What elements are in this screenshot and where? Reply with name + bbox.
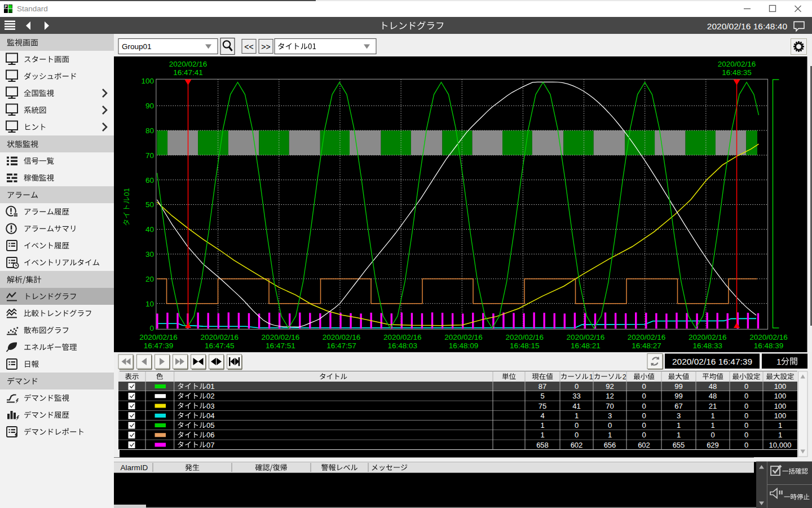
svg-text:602: 602 [638,441,650,449]
svg-text:0: 0 [642,431,646,439]
svg-text:0: 0 [642,421,646,430]
svg-text:629: 629 [707,441,719,449]
svg-text:1: 1 [540,431,544,439]
svg-text:70: 70 [606,402,614,410]
svg-text:0: 0 [642,411,646,420]
svg-text:90: 90 [145,102,154,110]
svg-text:100: 100 [141,77,154,85]
svg-text:0: 0 [642,402,646,410]
svg-text:1: 1 [778,431,782,439]
svg-text:0: 0 [744,392,748,400]
svg-text:0: 0 [744,411,748,420]
svg-text:16:47:45: 16:47:45 [205,341,235,350]
svg-text:99: 99 [674,382,682,391]
svg-text:40: 40 [145,225,154,234]
svg-text:0: 0 [744,441,748,449]
svg-text:<<: << [244,42,253,51]
svg-text:67: 67 [674,402,682,410]
svg-text:100: 100 [774,411,787,420]
svg-text:99: 99 [674,392,682,400]
svg-text:20: 20 [145,275,154,283]
svg-text:16:48:27: 16:48:27 [632,341,661,350]
svg-text:87: 87 [539,382,546,391]
svg-text:1: 1 [589,373,593,381]
svg-text:3: 3 [608,411,612,420]
svg-text:2020/02/16: 2020/02/16 [567,333,605,341]
svg-text:01: 01 [122,188,131,196]
svg-text:0: 0 [642,392,646,400]
svg-text:1: 1 [677,431,681,439]
svg-text:12: 12 [606,392,614,400]
svg-text:06: 06 [206,431,214,439]
svg-text:0: 0 [149,324,154,332]
svg-text:0: 0 [575,421,579,430]
svg-text:1: 1 [710,421,714,430]
svg-text:04: 04 [206,411,214,420]
svg-text:2020/02/16: 2020/02/16 [689,333,727,341]
svg-text:16:47:51: 16:47:51 [266,341,295,350]
svg-text:16:48:09: 16:48:09 [449,341,479,350]
svg-text:3: 3 [677,411,681,420]
svg-text:0: 0 [744,421,748,430]
svg-text:658: 658 [536,441,549,449]
svg-text:100: 100 [774,392,787,400]
svg-text:2020/02/16: 2020/02/16 [505,333,544,341]
svg-text:0: 0 [575,382,579,391]
svg-text:10: 10 [145,300,154,308]
svg-text:P: P [5,4,7,9]
svg-text:2020/02/16: 2020/02/16 [383,333,422,341]
svg-text:16:48:21: 16:48:21 [571,341,601,350]
svg-text:100: 100 [774,402,787,410]
svg-text:2020/02/16: 2020/02/16 [262,333,300,341]
svg-text:01: 01 [206,382,214,391]
svg-text:02: 02 [206,392,214,400]
svg-text:60: 60 [145,176,154,185]
svg-text:16:47:41: 16:47:41 [173,68,203,77]
svg-text:75: 75 [539,402,546,410]
svg-text:0: 0 [642,382,646,391]
svg-text:0: 0 [575,431,579,439]
svg-text:2020/02/16: 2020/02/16 [718,60,756,68]
svg-text:2020/02/16: 2020/02/16 [139,333,178,341]
svg-text:1: 1 [776,357,781,366]
svg-text:Group01: Group01 [122,42,152,51]
svg-text:70: 70 [145,151,154,160]
svg-text:1: 1 [778,421,782,430]
svg-text:602: 602 [571,441,583,449]
svg-text:16:47:57: 16:47:57 [326,341,356,350]
svg-text:2020/02/16: 2020/02/16 [749,333,788,341]
svg-text:1: 1 [710,411,714,420]
svg-text:0: 0 [744,402,748,410]
svg-text:2020/02/16: 2020/02/16 [169,60,208,68]
svg-text:655: 655 [673,441,685,449]
svg-text:41: 41 [572,402,580,410]
svg-text:21: 21 [709,402,717,410]
svg-text:0: 0 [744,382,748,391]
svg-text:2020/02/16 16:48:40: 2020/02/16 16:48:40 [707,21,788,31]
svg-text:1: 1 [540,421,544,430]
svg-text:33: 33 [572,392,580,400]
svg-text:AlarmID: AlarmID [121,463,148,472]
svg-text:100: 100 [774,382,787,391]
svg-text:2: 2 [623,373,626,381]
svg-text:16:47:39: 16:47:39 [144,341,174,350]
svg-text:>>: >> [261,42,270,51]
svg-text:80: 80 [145,126,154,135]
svg-text:92: 92 [606,382,614,391]
svg-text:0: 0 [710,431,714,439]
svg-text:B: B [9,9,12,13]
svg-text:2020/02/16: 2020/02/16 [323,333,361,341]
svg-text:0: 0 [608,421,612,430]
svg-text:2020/02/16: 2020/02/16 [628,333,666,341]
svg-text:1: 1 [575,411,579,420]
svg-text:16:48:35: 16:48:35 [722,68,752,77]
svg-text:16:48:15: 16:48:15 [510,341,540,350]
svg-text:2020/02/16 16:47:39: 2020/02/16 16:47:39 [672,357,752,366]
svg-text:50: 50 [145,200,154,209]
svg-text:0: 0 [744,431,748,439]
svg-text:48: 48 [709,382,717,391]
svg-text:5: 5 [540,392,544,400]
svg-text:4: 4 [540,411,544,420]
svg-text:Standard: Standard [17,5,48,13]
svg-text:16:48:33: 16:48:33 [693,341,723,350]
